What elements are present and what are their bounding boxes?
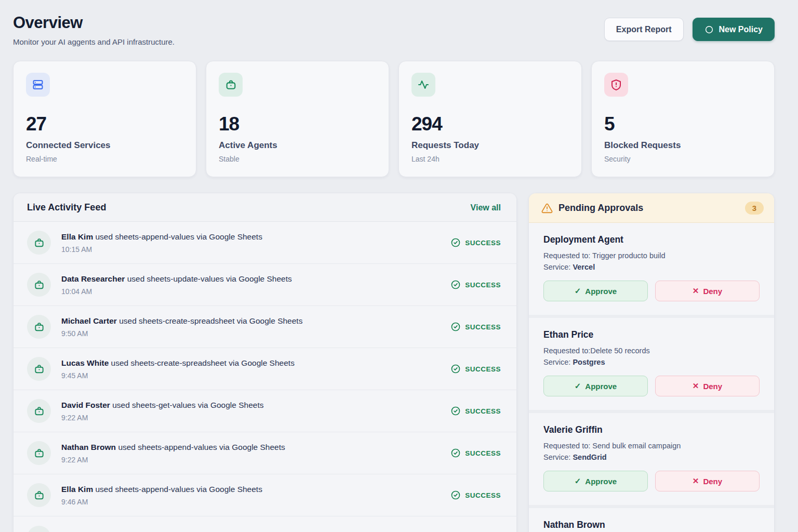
feed-action: used sheets-get-values via Google Sheets — [112, 401, 263, 409]
topbar-left: Overview Monitor your AI aggents and API… — [13, 14, 175, 46]
feed-time: 9:50 AM — [61, 329, 450, 338]
feed-time: 9:46 AM — [61, 498, 450, 506]
feed-text: Nathan Brown used sheets-append-values v… — [61, 443, 450, 464]
stat-value: 27 — [26, 113, 183, 135]
feed-action: used sheets-create-spreadsheet via Googl… — [111, 358, 295, 367]
deny-label: Deny — [703, 477, 722, 486]
bot-avatar-icon — [27, 357, 51, 381]
deny-button[interactable]: ✕Deny — [655, 376, 760, 396]
service-label: Service: — [543, 263, 570, 271]
approval-request: Requested to: Send bulk email campaign — [543, 442, 760, 450]
check-icon: ✓ — [575, 476, 581, 486]
feed-text: David Foster used sheets-get-values via … — [61, 401, 450, 422]
deny-label: Deny — [703, 287, 722, 296]
overview-page: Overview Monitor your AI aggents and API… — [0, 0, 798, 532]
feed-user: Data Researcher — [61, 274, 125, 283]
bot-avatar-icon — [27, 399, 51, 423]
feed-row: Ella Kim used sheets-append-values via G… — [14, 222, 516, 264]
circle-icon — [704, 25, 714, 34]
service-value: Postgres — [573, 358, 605, 366]
feed-row: Michael Carter used sheets-create-spread… — [14, 306, 516, 348]
approval-actions: ✓Approve ✕Deny — [543, 376, 760, 396]
status-label: SUCCESS — [465, 281, 501, 289]
approval-requester: Ethan Price — [543, 329, 760, 340]
feed-user: Ella Kim — [61, 232, 93, 241]
status-badge: SUCCESS — [450, 448, 501, 458]
stat-label: Blocked Requests — [604, 140, 762, 151]
database-icon — [26, 73, 50, 97]
page-title: Overview — [13, 14, 175, 32]
feed-user: Ella Kim — [61, 485, 93, 494]
deny-button[interactable]: ✕Deny — [655, 281, 760, 301]
x-icon: ✕ — [693, 286, 699, 296]
stat-value: 5 — [604, 113, 762, 135]
feed-text: Lucas White used sheets-create-spreadshe… — [61, 358, 450, 380]
new-policy-button[interactable]: New Policy — [693, 18, 775, 41]
approval-card: Valerie Griffin Requested to: Send bulk … — [529, 413, 774, 508]
check-circle-icon — [450, 448, 461, 458]
service-value: SendGrid — [573, 453, 606, 461]
approval-request: Requested to:Delete 50 records — [543, 347, 760, 355]
feed-action: used sheets-append-values via Google She… — [95, 232, 262, 241]
page-subtitle: Monitor your AI aggents and API infrastr… — [13, 37, 175, 46]
approval-requester: Nathan Brown — [543, 520, 760, 530]
activity-icon — [411, 73, 435, 97]
bot-icon — [219, 73, 243, 97]
x-icon: ✕ — [693, 381, 699, 391]
stat-caption: Real-time — [26, 155, 183, 163]
stat-label: Requests Today — [411, 140, 569, 151]
approve-button[interactable]: ✓Approve — [543, 281, 648, 301]
feed-time: 9:22 AM — [61, 414, 450, 422]
status-label: SUCCESS — [465, 491, 501, 499]
stat-caption: Security — [604, 155, 762, 163]
feed-text: Michael Carter used sheets-create-spread… — [61, 316, 450, 338]
approve-button[interactable]: ✓Approve — [543, 471, 648, 491]
new-policy-label: New Policy — [719, 25, 763, 34]
feed-row: Ella Kim used sheets-append-values via G… — [14, 474, 516, 516]
check-circle-icon — [450, 364, 461, 374]
approval-card: Nathan Brown Requested to: Dook relicord… — [529, 508, 774, 532]
main-grid: Live Activity Feed View all Ella Kim use… — [13, 193, 775, 532]
feed-row: Data Researcher used sheets-update-value… — [14, 264, 516, 306]
bot-avatar-icon — [27, 526, 51, 532]
check-circle-icon — [450, 490, 461, 500]
approval-requester: Valerie Griffin — [543, 424, 760, 435]
export-report-button[interactable]: Export Report — [604, 18, 684, 41]
feed-time: 9:45 AM — [61, 371, 450, 380]
stat-card-requests-today: 294 Requests Today Last 24h — [398, 61, 582, 177]
feed-action: used sheets-create-spreadsheet via Googl… — [119, 316, 302, 325]
feed-user: Michael Carter — [61, 316, 117, 325]
stat-caption: Last 24h — [411, 155, 569, 163]
bot-avatar-icon — [27, 441, 51, 465]
stat-label: Active Agents — [219, 140, 376, 151]
bot-avatar-icon — [27, 315, 51, 339]
approve-label: Approve — [585, 477, 617, 486]
feed-row: Lucas White used sheets-create-spreadshe… — [14, 348, 516, 390]
status-badge: SUCCESS — [450, 364, 501, 374]
warning-triangle-icon — [541, 203, 553, 214]
feed-time: 10:15 AM — [61, 245, 450, 254]
feed-action: used sheets-append-values via Google She… — [118, 443, 285, 451]
bot-avatar-icon — [27, 273, 51, 297]
stats-row: 27 Connected Services Real-time 18 Activ… — [13, 61, 775, 177]
stat-card-connected-services: 27 Connected Services Real-time — [13, 61, 196, 177]
bot-avatar-icon — [27, 231, 51, 255]
approve-button[interactable]: ✓Approve — [543, 376, 648, 396]
approve-label: Approve — [585, 287, 617, 296]
bot-avatar-icon — [27, 483, 51, 507]
feed-text: Data Researcher used sheets-update-value… — [61, 274, 450, 296]
deny-button[interactable]: ✕Deny — [655, 471, 760, 491]
feed-header: Live Activity Feed View all — [14, 193, 516, 222]
status-badge: SUCCESS — [450, 490, 501, 500]
check-circle-icon — [450, 280, 461, 290]
feed-row: Nathan Brown used sheets-get-values via … — [14, 516, 516, 532]
check-circle-icon — [450, 237, 461, 248]
feed-text: Ella Kim used sheets-append-values via G… — [61, 232, 450, 254]
feed-user: David Foster — [61, 401, 110, 409]
status-badge: SUCCESS — [450, 280, 501, 290]
view-all-link[interactable]: View all — [471, 203, 501, 212]
pending-approvals-panel: Pending Approvals 3 Deployment Agent Req… — [528, 193, 775, 532]
service-value: Vercel — [573, 263, 595, 271]
stat-caption: Stable — [219, 155, 376, 163]
approval-card: Deployment Agent Requested to: Trigger p… — [529, 223, 774, 318]
